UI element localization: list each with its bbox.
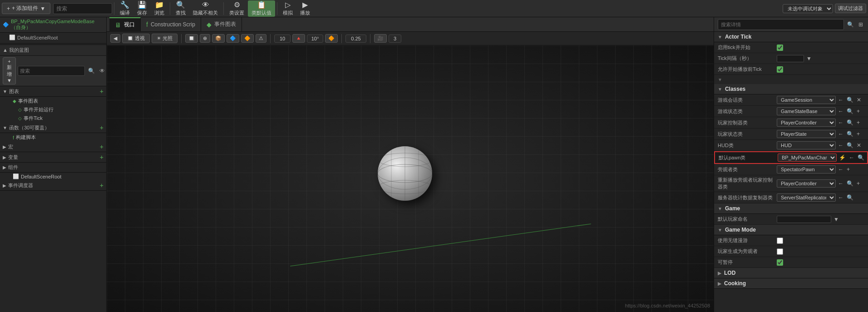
default-pawn-back-btn[interactable]: ← xyxy=(848,154,855,161)
game-session-search-btn[interactable]: 🔍 xyxy=(846,97,854,103)
macros-add-button[interactable]: + xyxy=(100,143,104,150)
hud-clear-btn[interactable]: ✕ xyxy=(856,142,862,149)
vp-icon-2[interactable]: ⊕ xyxy=(200,34,210,43)
game-state-add-btn[interactable]: + xyxy=(856,108,861,114)
default-pawn-search-btn[interactable]: 🔍 xyxy=(857,154,865,161)
functions-toggle[interactable]: ▼ xyxy=(3,125,7,130)
details-grid-icon[interactable]: ⊞ xyxy=(857,21,864,28)
game-session-select[interactable]: GameSession xyxy=(777,96,836,104)
vp-icon-4[interactable]: 🔷 xyxy=(227,34,239,43)
default-scene-root-item[interactable]: ⬜ DefaultSceneRoot xyxy=(0,33,106,42)
enable-tick-checkbox[interactable] xyxy=(777,45,783,51)
spectator-select[interactable]: SpectatorPawn xyxy=(777,165,836,173)
graphs-add-button[interactable]: + xyxy=(100,88,104,95)
game-mode-collapse[interactable]: ▼ xyxy=(718,228,722,233)
replay-controller-add-btn[interactable]: + xyxy=(856,180,861,187)
vp-icon-8[interactable]: 🔶 xyxy=(325,34,338,43)
tab-construction-script[interactable]: f Construction Scrip xyxy=(141,17,201,32)
allow-tick-before-begin-checkbox[interactable] xyxy=(777,66,783,73)
no-damage-checkbox[interactable] xyxy=(777,238,783,244)
hud-select[interactable]: HUD xyxy=(777,141,836,149)
play-button[interactable]: ▶ 播放 xyxy=(296,0,314,17)
event-dispatcher-toggle[interactable]: ▶ xyxy=(3,183,6,188)
event-graph-item[interactable]: ◆ 事件图表 xyxy=(0,97,106,105)
eye-icon-btn[interactable]: 👁 xyxy=(98,67,106,74)
settings-button[interactable]: ⚙ 类设置 xyxy=(226,0,248,17)
perspective-button[interactable]: 🔲 透视 xyxy=(122,34,150,43)
game-collapse[interactable]: ▼ xyxy=(718,206,722,211)
components-toggle[interactable]: ▶ xyxy=(3,165,6,170)
server-stat-search-btn[interactable]: 🔍 xyxy=(846,194,854,201)
vp-icon-1[interactable]: 🔲 xyxy=(185,34,198,43)
player-state-select[interactable]: PlayerState xyxy=(777,130,836,138)
replay-controller-search-btn[interactable]: 🔍 xyxy=(846,180,854,187)
construct-script-item[interactable]: f 构建脚本 xyxy=(0,133,106,142)
player-controller-back-btn[interactable]: ← xyxy=(837,119,844,126)
toolbar-search-input[interactable] xyxy=(53,3,112,14)
grid-size-input[interactable]: 10 xyxy=(274,35,291,43)
replay-controller-back-btn[interactable]: ← xyxy=(837,180,844,187)
default-pawn-yellow-btn[interactable]: ⚡ xyxy=(838,154,847,161)
save-button[interactable]: 💾 保存 xyxy=(133,0,151,17)
player-controller-search-btn[interactable]: 🔍 xyxy=(846,119,854,126)
hud-search-btn[interactable]: 🔍 xyxy=(846,142,854,149)
functions-add-button[interactable]: + xyxy=(100,124,104,131)
classes-collapse[interactable]: ▼ xyxy=(718,87,722,92)
search-icon-btn[interactable]: 🔍 xyxy=(87,67,96,74)
actor-tick-collapse-btn[interactable]: ▼ xyxy=(714,75,868,84)
tick-interval-input[interactable]: 0.0 xyxy=(777,55,804,62)
player-state-add-btn[interactable]: + xyxy=(856,131,861,137)
player-state-back-btn[interactable]: ← xyxy=(837,131,844,137)
add-component-button[interactable]: + + 添加组件 ▼ xyxy=(2,3,50,14)
macros-toggle[interactable]: ▶ xyxy=(3,144,6,149)
new-button[interactable]: + 新增 ▼ xyxy=(3,57,16,84)
scale-input[interactable]: 0.25 xyxy=(345,35,366,43)
cooking-collapse[interactable]: ▶ xyxy=(718,281,721,286)
server-stat-select[interactable]: ServerStatReplicator xyxy=(777,193,836,202)
details-search-icon[interactable]: 🔍 xyxy=(846,21,855,28)
vp-icon-6[interactable]: ⚠ xyxy=(256,34,266,43)
defaults-button[interactable]: 📋 类默认值 xyxy=(248,0,275,17)
vp-icon-7[interactable]: 🔺 xyxy=(292,34,305,43)
game-state-back-btn[interactable]: ← xyxy=(837,108,844,114)
server-stat-back-btn[interactable]: ← xyxy=(837,194,844,201)
viewport-canvas[interactable]: https://blog.csdn.net/weixin_44252508 xyxy=(107,45,714,312)
vp-icon-9[interactable]: 🎥 xyxy=(374,34,387,43)
event-tick-item[interactable]: ◇ 事件Tick xyxy=(0,114,106,123)
variables-toggle[interactable]: ▶ xyxy=(3,155,6,160)
blueprint-search-input[interactable] xyxy=(18,66,85,76)
event-dispatcher-add-button[interactable]: + xyxy=(100,182,104,189)
game-state-select[interactable]: GameStateBase xyxy=(777,107,836,115)
default-player-name-arrow[interactable]: ▼ xyxy=(833,216,840,223)
default-player-name-input[interactable] xyxy=(777,216,831,223)
vp-arrow-left-btn[interactable]: ◀ xyxy=(110,34,120,43)
variables-add-button[interactable]: + xyxy=(100,154,104,161)
lit-button[interactable]: ☀ 光照 xyxy=(152,34,178,43)
spectator-back-btn[interactable]: ← xyxy=(837,166,844,173)
spectator-on-death-checkbox[interactable] xyxy=(777,248,783,255)
tab-event-graph[interactable]: ◆ 事件图表 xyxy=(201,17,242,32)
default-scene-root-comp-item[interactable]: ⬜ DefaultSceneRoot xyxy=(0,173,106,180)
find-button[interactable]: 🔍 查找 xyxy=(172,0,189,17)
compile-button[interactable]: 🔧 编译 xyxy=(116,0,133,17)
player-controller-add-btn[interactable]: + xyxy=(856,119,861,126)
event-begin-play-item[interactable]: ◇ 事件开始运行 xyxy=(0,105,106,114)
replay-controller-select[interactable]: PlayerController xyxy=(777,179,836,188)
graphs-toggle[interactable]: ▼ xyxy=(3,89,7,94)
debug-filter-button[interactable]: 调试过滤器 xyxy=(835,4,866,13)
lod-collapse[interactable]: ▶ xyxy=(718,271,721,276)
browse-button[interactable]: 📁 浏览 xyxy=(151,0,168,17)
default-pawn-select[interactable]: BP_MyPacManCharacter xyxy=(778,154,837,162)
game-session-back-btn[interactable]: ← xyxy=(837,97,844,103)
hide-button[interactable]: 👁 隐藏不相关 xyxy=(189,0,222,17)
player-controller-select[interactable]: PlayerController xyxy=(777,119,836,127)
debug-select[interactable]: 未选中调试对象 xyxy=(783,4,833,13)
vp-icon-3[interactable]: 📦 xyxy=(212,34,225,43)
simulate-button[interactable]: ▷ 模拟 xyxy=(279,0,296,17)
game-state-search-btn[interactable]: 🔍 xyxy=(846,108,854,114)
spectator-add-btn[interactable]: + xyxy=(846,166,851,173)
tab-viewport[interactable]: 🖥 视口 xyxy=(109,17,141,32)
player-state-search-btn[interactable]: 🔍 xyxy=(846,131,854,137)
camera-speed-input[interactable]: 3 xyxy=(389,35,401,43)
actor-tick-collapse[interactable]: ▼ xyxy=(718,35,722,40)
